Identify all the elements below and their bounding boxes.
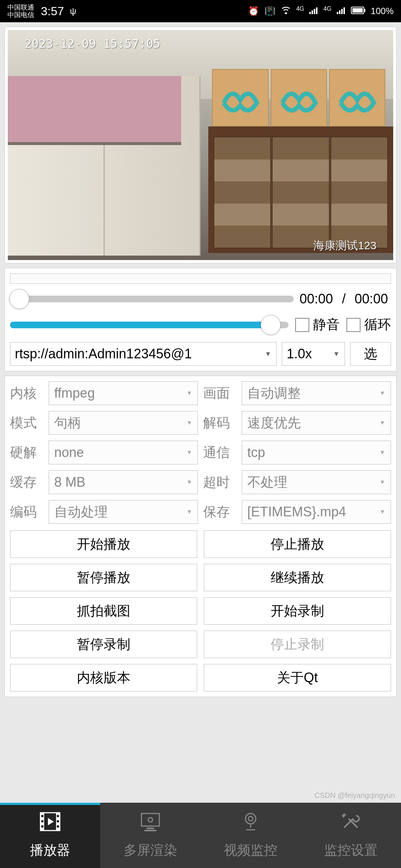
monitor-icon — [139, 811, 162, 837]
mode-combo[interactable]: 句柄▼ — [49, 411, 198, 435]
battery-percent: 100% — [371, 6, 394, 16]
camera-icon — [239, 811, 262, 837]
time-separator: / — [339, 291, 349, 307]
play-button[interactable]: 开始播放 — [10, 530, 197, 558]
screen-combo[interactable]: 自动调整▼ — [242, 381, 391, 405]
label-encode: 编码 — [10, 503, 43, 521]
wifi-icon — [281, 6, 291, 16]
save-combo[interactable]: [ETIMEMS}.mp4▼ — [242, 500, 391, 524]
chevron-down-icon: ▼ — [379, 509, 391, 515]
tools-icon — [340, 811, 362, 837]
svg-rect-9 — [57, 815, 59, 817]
signal-1-icon — [309, 6, 318, 16]
svg-rect-14 — [147, 828, 154, 829]
svg-rect-10 — [57, 820, 59, 822]
label-save: 保存 — [203, 503, 237, 521]
tab-multi[interactable]: 多屏渲染 — [100, 803, 200, 868]
pause-button[interactable]: 暂停播放 — [10, 564, 197, 591]
label-kernel: 内核 — [10, 384, 43, 402]
svg-rect-1 — [352, 8, 363, 13]
svg-point-16 — [245, 813, 256, 824]
comm-combo[interactable]: tcp▼ — [242, 441, 391, 464]
chevron-down-icon: ▼ — [379, 479, 391, 486]
control-panel: 00:00 / 00:00 静音 循环 rtsp://admin:Admin12… — [4, 268, 397, 371]
label-mode: 模式 — [10, 414, 43, 432]
speed-combo[interactable]: 1.0x ▼ — [282, 342, 345, 366]
record-stop-button[interactable]: 停止录制 — [204, 631, 391, 658]
video-timestamp: 2023-12-09 15:57:05 — [25, 37, 160, 51]
svg-point-17 — [248, 816, 253, 821]
chevron-down-icon: ▼ — [263, 350, 276, 358]
net-4g-2: 4G — [323, 6, 331, 12]
video-panel: 2023-12-09 15:57:05 海康测试123 — [4, 27, 397, 263]
clock: 3:57 — [41, 4, 64, 18]
usb-icon: ψ — [70, 6, 76, 16]
encode-combo[interactable]: 自动处理▼ — [49, 500, 198, 524]
cache-combo[interactable]: 8 MB▼ — [49, 470, 198, 494]
player-icon — [39, 811, 61, 837]
time-total: 00:00 — [352, 291, 391, 307]
carrier-1: 中国联通 — [7, 4, 34, 11]
kernel-combo[interactable]: ffmpeg▼ — [49, 381, 198, 405]
chevron-down-icon: ▼ — [186, 420, 198, 426]
volume-thumb[interactable] — [261, 315, 281, 335]
svg-rect-15 — [144, 830, 156, 831]
chevron-down-icon: ▼ — [186, 509, 198, 515]
svg-rect-6 — [41, 815, 43, 817]
tab-player[interactable]: 播放器 — [0, 803, 100, 868]
tab-monitor[interactable]: 视频监控 — [200, 803, 301, 868]
svg-rect-7 — [41, 820, 43, 822]
tab-label: 播放器 — [30, 841, 70, 859]
tab-bar: 播放器 多屏渲染 视频监控 监控设置 — [0, 803, 401, 868]
chevron-down-icon: ▼ — [331, 350, 345, 358]
tab-config[interactable]: 监控设置 — [301, 803, 401, 868]
chevron-down-icon: ▼ — [186, 479, 198, 486]
timeout-combo[interactable]: 不处理▼ — [242, 470, 391, 494]
seek-thumb[interactable] — [9, 289, 29, 309]
chevron-down-icon: ▼ — [186, 390, 198, 397]
chevron-down-icon: ▼ — [379, 390, 391, 397]
label-hw: 硬解 — [10, 444, 43, 462]
mute-checkbox[interactable]: 静音 — [295, 316, 340, 334]
label-screen: 画面 — [203, 384, 237, 402]
record-start-button[interactable]: 开始录制 — [204, 597, 391, 625]
label-cache: 缓存 — [10, 473, 43, 491]
net-4g-1: 4G — [296, 6, 304, 12]
chevron-down-icon: ▼ — [379, 449, 391, 456]
time-current: 00:00 — [297, 291, 336, 307]
loop-checkbox[interactable]: 循环 — [346, 316, 391, 334]
tab-label: 监控设置 — [324, 841, 378, 859]
chevron-down-icon: ▼ — [186, 449, 198, 456]
volume-slider[interactable] — [10, 322, 288, 328]
settings-panel: 内核 ffmpeg▼ 画面 自动调整▼ 模式 句柄▼ 解码 速度优先▼ 硬解 n… — [4, 376, 397, 697]
choose-button[interactable]: 选 — [350, 342, 391, 366]
label-comm: 通信 — [203, 444, 237, 462]
url-combo[interactable]: rtsp://admin:Admin123456@1 ▼ — [10, 342, 277, 366]
csdn-watermark: CSDN @feiyangqingyun — [314, 791, 395, 800]
hw-combo[interactable]: none▼ — [49, 441, 198, 464]
label-decode: 解码 — [203, 414, 237, 432]
label-timeout: 超时 — [203, 473, 237, 491]
chevron-down-icon: ▼ — [379, 420, 391, 426]
resume-button[interactable]: 继续播放 — [204, 564, 391, 591]
buffer-bar[interactable] — [10, 273, 391, 284]
signal-2-icon — [337, 6, 346, 16]
stop-button[interactable]: 停止播放 — [204, 530, 391, 558]
status-bar: 中国联通 中国电信 3:57 ψ ⏰ 📳 4G 4G 100% — [0, 0, 401, 22]
snapshot-button[interactable]: 抓拍截图 — [10, 597, 197, 625]
video-feed[interactable]: 2023-12-09 15:57:05 海康测试123 — [8, 30, 393, 260]
video-watermark: 海康测试123 — [313, 238, 376, 253]
svg-rect-2 — [364, 9, 365, 12]
tab-label: 视频监控 — [224, 841, 277, 859]
svg-point-13 — [148, 818, 153, 822]
alarm-icon: ⏰ — [248, 6, 259, 16]
svg-rect-11 — [57, 825, 59, 828]
record-pause-button[interactable]: 暂停录制 — [10, 631, 197, 658]
svg-rect-8 — [41, 825, 43, 828]
seek-slider[interactable] — [10, 296, 294, 302]
about-qt-button[interactable]: 关于Qt — [204, 664, 391, 691]
decode-combo[interactable]: 速度优先▼ — [242, 411, 391, 435]
carrier-2: 中国电信 — [7, 11, 34, 19]
battery-icon — [351, 6, 366, 16]
kernel-version-button[interactable]: 内核版本 — [10, 664, 197, 691]
